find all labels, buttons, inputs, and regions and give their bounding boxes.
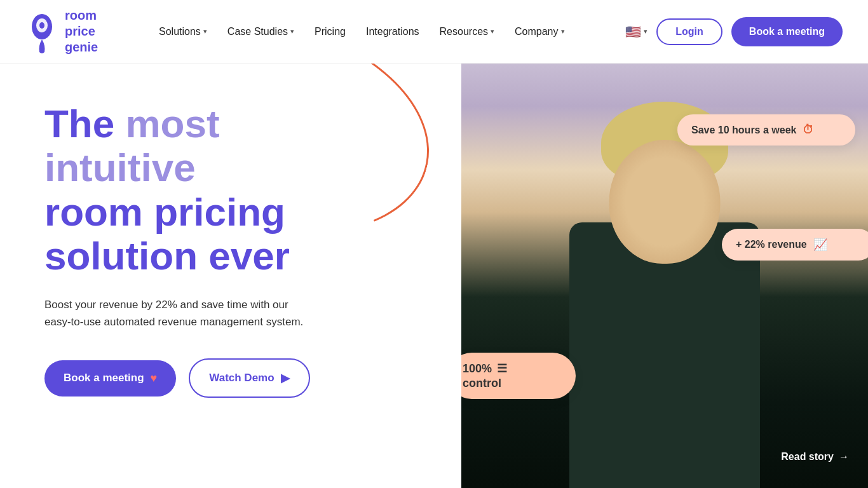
hero-left: The most intuitive room pricing solution… — [0, 64, 407, 488]
logo-text: room price genie — [65, 8, 98, 55]
play-icon: ▶ — [281, 371, 290, 385]
book-meeting-main-button[interactable]: Book a meeting ♥ — [44, 360, 176, 396]
chevron-down-icon: ▾ — [203, 27, 207, 36]
nav-case-studies[interactable]: Case Studies ▾ — [227, 26, 294, 37]
clock-icon: ⏱ — [803, 123, 814, 137]
watch-demo-button[interactable]: Watch Demo ▶ — [189, 358, 309, 398]
nav-company[interactable]: Company ▾ — [515, 26, 564, 37]
hero-buttons: Book a meeting ♥ Watch Demo ▶ — [44, 358, 375, 398]
language-selector[interactable]: 🇺🇸 ▾ — [625, 24, 648, 39]
chart-icon: 📈 — [813, 238, 827, 252]
nav-resources[interactable]: Resources ▾ — [440, 26, 494, 37]
header: room price genie Solutions ▾ Case Studie… — [0, 0, 868, 64]
nav-integrations[interactable]: Integrations — [366, 26, 419, 37]
nav-solutions[interactable]: Solutions ▾ — [159, 26, 207, 37]
list-icon: ☰ — [497, 362, 507, 376]
logo-icon — [25, 9, 58, 55]
header-right: 🇺🇸 ▾ Login Book a meeting — [625, 17, 843, 46]
chevron-down-icon: ▾ — [491, 27, 494, 36]
arrow-right-icon: → — [839, 451, 849, 463]
badge-control: 100% ☰ control — [461, 353, 576, 399]
main-nav: Solutions ▾ Case Studies ▾ Pricing Integ… — [159, 26, 564, 37]
svg-point-2 — [39, 22, 44, 29]
badge-save-hours: Save 10 hours a week ⏱ — [677, 114, 855, 146]
read-story-link[interactable]: Read story → — [781, 451, 849, 463]
book-meeting-header-button[interactable]: Book a meeting — [731, 17, 843, 46]
hero-heading: The most intuitive room pricing solution… — [44, 102, 375, 278]
chevron-down-icon: ▾ — [561, 27, 565, 36]
badge-revenue: + 22% revenue 📈 — [722, 229, 868, 261]
nav-pricing[interactable]: Pricing — [315, 26, 346, 37]
login-button[interactable]: Login — [656, 18, 722, 45]
chevron-down-icon: ▾ — [290, 27, 294, 36]
logo[interactable]: room price genie — [25, 8, 98, 55]
face-shape — [609, 140, 721, 264]
hero-subtitle: Boost your revenue by 22% and save time … — [44, 296, 311, 330]
main-content: The most intuitive room pricing solution… — [0, 64, 868, 488]
chevron-down-icon: ▾ — [644, 27, 648, 36]
flag-icon: 🇺🇸 — [625, 24, 641, 39]
hero-right: Save 10 hours a week ⏱ + 22% revenue 📈 1… — [461, 64, 868, 488]
heart-icon: ♥ — [151, 372, 158, 385]
